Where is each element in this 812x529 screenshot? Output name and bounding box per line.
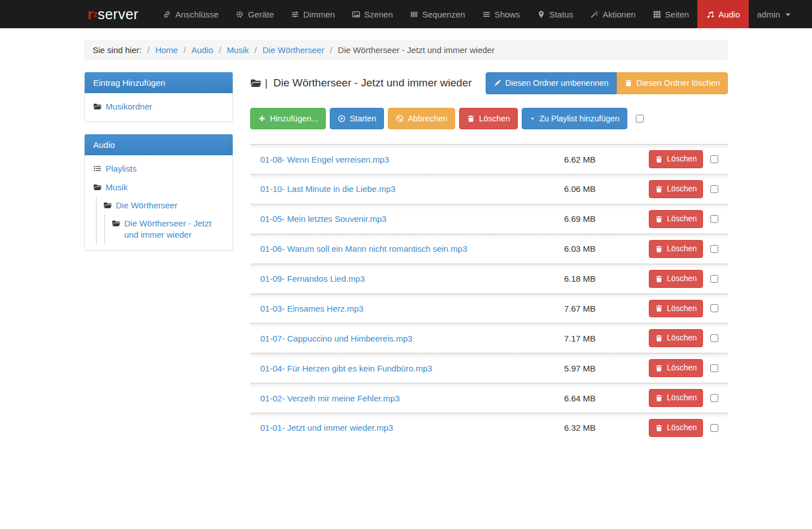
trash-icon — [655, 334, 663, 342]
title-separator: | — [265, 77, 268, 89]
cancel-button[interactable]: Abbrechen — [388, 108, 455, 130]
row-checkbox[interactable] — [710, 275, 718, 283]
breadcrumb-separator: / — [184, 45, 186, 55]
row-checkbox[interactable] — [710, 394, 718, 402]
caret-down-icon — [530, 116, 535, 121]
row-delete-label: Löschen — [667, 392, 697, 404]
table-row: 01-09- Fernandos Lied.mp3 6.18 MB Lösche… — [250, 264, 728, 294]
page-title-text: Die Wörtherseer - Jetzt und immer wieder — [273, 77, 472, 89]
table-row: 01-03- Einsames Herz.mp3 7.67 MB Löschen — [250, 294, 728, 323]
row-delete-button[interactable]: Löschen — [649, 359, 703, 377]
file-link[interactable]: 01-10- Last Minute in die Liebe.mp3 — [260, 184, 564, 194]
sidebar-item-label: Die Wörtherseer - Jetzt und immer wieder — [124, 218, 224, 241]
row-checkbox[interactable] — [710, 215, 718, 223]
row-delete-button[interactable]: Löschen — [649, 300, 703, 318]
table-row: 01-02- Verzeih mir meine Fehler.mp3 6.64… — [250, 383, 728, 413]
brand-logo[interactable]: r2server — [84, 0, 142, 28]
nav-label: Status — [549, 10, 574, 19]
music-icon — [706, 10, 714, 19]
file-link[interactable]: 01-05- Mein letztes Souvenir.mp3 — [260, 214, 564, 224]
file-link[interactable]: 01-03- Einsames Herz.mp3 — [260, 304, 564, 313]
sidebar-item-musikordner[interactable]: Musikordner — [85, 98, 233, 116]
table-row: 01-05- Mein letztes Souvenir.mp3 6.69 MB… — [250, 204, 728, 234]
sidebar-item-current-folder[interactable]: Die Wörtherseer - Jetzt und immer wieder — [105, 215, 233, 244]
file-link[interactable]: 01-06- Warum soll ein Mann nicht romanti… — [260, 244, 564, 253]
row-delete-button[interactable]: Löschen — [649, 270, 703, 288]
row-delete-button[interactable]: Löschen — [649, 240, 703, 258]
row-checkbox[interactable] — [710, 334, 718, 342]
row-delete-button[interactable]: Löschen — [649, 210, 703, 228]
row-delete-button[interactable]: Löschen — [649, 180, 703, 198]
nav-link-shows[interactable]: Shows — [474, 0, 529, 28]
row-checkbox[interactable] — [710, 245, 718, 253]
file-link[interactable]: 01-08- Wenn Engel verreisen.mp3 — [260, 155, 564, 164]
gears-icon — [235, 10, 244, 19]
brand-sup: 2 — [93, 10, 97, 19]
breadcrumb-current: Die Wörtherseer - Jetzt und immer wieder — [338, 45, 495, 55]
select-all-checkbox[interactable] — [636, 115, 644, 123]
breadcrumb-link-audio[interactable]: Audio — [191, 45, 213, 55]
delete-selected-button[interactable]: Löschen — [459, 108, 518, 130]
nav-link-szenen[interactable]: Szenen — [343, 0, 401, 28]
row-checkbox[interactable] — [710, 424, 718, 432]
row-checkbox[interactable] — [710, 155, 718, 163]
folder-open-icon — [103, 201, 112, 209]
trash-icon — [655, 424, 663, 432]
file-link[interactable]: 01-01- Jetzt und immer wieder.mp3 — [260, 423, 564, 432]
row-delete-button[interactable]: Löschen — [649, 389, 703, 407]
folder-open-icon — [250, 77, 261, 89]
row-checkbox[interactable] — [710, 364, 718, 372]
trash-icon — [655, 185, 663, 193]
nav-link-seiten[interactable]: Seiten — [644, 0, 698, 28]
chevron-down-icon — [784, 10, 792, 19]
nav-item-status: Status — [529, 0, 582, 28]
rename-folder-button[interactable]: Diesen Ordner umbenennen — [486, 72, 617, 94]
nav-item-geraete: Geräte — [227, 0, 282, 28]
trash-icon — [655, 304, 663, 312]
plus-icon — [258, 115, 266, 123]
nav-link-dimmen[interactable]: Dimmen — [282, 0, 343, 28]
nav-label: Dimmen — [303, 10, 335, 19]
nav-link-audio[interactable]: Audio — [697, 0, 748, 28]
sidebar-item-woertherseer[interactable]: Die Wörtherseer — [97, 196, 233, 215]
nav-label: Sequenzen — [422, 10, 465, 19]
sidebar-item-playlists[interactable]: Playlists — [85, 160, 233, 178]
row-checkbox[interactable] — [710, 304, 718, 312]
delete-folder-button[interactable]: Diesen Ordner löschen — [617, 72, 728, 94]
row-delete-button[interactable]: Löschen — [649, 150, 703, 168]
start-button[interactable]: Starten — [330, 108, 384, 130]
nav-link-sequenzen[interactable]: Sequenzen — [401, 0, 474, 28]
row-delete-button[interactable]: Löschen — [649, 329, 703, 347]
nav-item-dimmen: Dimmen — [282, 0, 343, 28]
nav-link-anschluesse[interactable]: Anschlüsse — [154, 0, 227, 28]
row-delete-button[interactable]: Löschen — [649, 419, 703, 437]
nav-label: Geräte — [248, 10, 274, 19]
breadcrumb-link-musik[interactable]: Musik — [227, 45, 249, 55]
user-menu[interactable]: admin — [749, 0, 801, 28]
breadcrumb-link-woertherseer[interactable]: Die Wörtherseer — [263, 45, 324, 55]
main-content: | Die Wörtherseer - Jetzt und immer wied… — [250, 72, 728, 443]
delete-folder-label: Diesen Ordner löschen — [636, 77, 720, 89]
breadcrumb-separator: / — [255, 45, 257, 55]
top-navbar: r2server Anschlüsse Geräte Dimmen Szenen… — [0, 0, 812, 28]
user-name: admin — [757, 10, 780, 19]
sidebar-item-musik[interactable]: Musik — [85, 178, 233, 196]
file-toolbar: Hinzufügen... Starten Abbrechen Löschen … — [250, 108, 728, 130]
file-link[interactable]: 01-09- Fernandos Lied.mp3 — [260, 274, 564, 283]
file-link[interactable]: 01-04- Für Herzen gibt es kein Fundbüro.… — [260, 364, 564, 373]
add-to-playlist-button[interactable]: Zu Playlist hinzufügen — [522, 108, 627, 130]
nav-link-status[interactable]: Status — [529, 0, 582, 28]
audio-panel-title: Audio — [85, 134, 233, 155]
audio-panel: Audio Playlists Musik Die Wörtherseer — [84, 134, 233, 250]
breadcrumb-link-home[interactable]: Home — [155, 45, 178, 55]
nav-link-geraete[interactable]: Geräte — [227, 0, 282, 28]
row-checkbox[interactable] — [710, 185, 718, 193]
add-file-button[interactable]: Hinzufügen... — [250, 108, 326, 130]
trash-icon — [467, 115, 475, 123]
file-link[interactable]: 01-02- Verzeih mir meine Fehler.mp3 — [260, 394, 564, 403]
file-link[interactable]: 01-07- Cappuccino und Himbeereis.mp3 — [260, 334, 564, 343]
nav-link-aktionen[interactable]: Aktionen — [582, 0, 644, 28]
file-size: 6.18 MB — [564, 274, 649, 283]
file-size: 6.06 MB — [564, 184, 649, 194]
add-file-label: Hinzufügen... — [270, 113, 318, 125]
